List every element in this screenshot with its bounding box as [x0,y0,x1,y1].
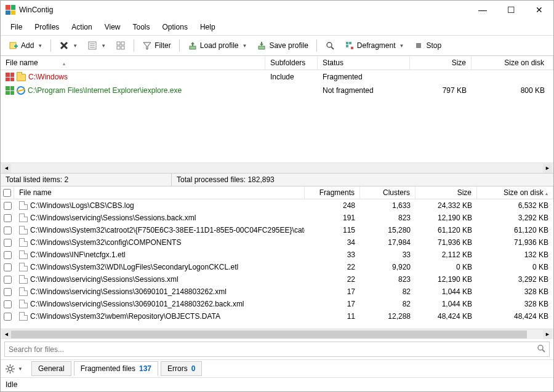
menu-help[interactable]: Help [194,20,222,34]
row-checkbox[interactable] [4,300,12,308]
scroll-left-icon[interactable]: ◄ [2,164,11,173]
svg-rect-21 [349,42,351,44]
col-subfolders[interactable]: Subfolders [265,56,318,70]
profile-list: File name Subfolders Status Size Size on… [1,56,553,174]
dropdown-icon[interactable]: ▼ [18,366,23,372]
row-checkbox[interactable] [4,288,12,296]
search-bar[interactable] [4,342,550,357]
load-profile-button[interactable]: Load profile ▼ [183,38,252,53]
grid-button[interactable] [111,38,130,53]
row-checkbox[interactable] [4,276,12,284]
fragmented-icon [6,73,14,81]
row-checkbox[interactable] [4,202,12,210]
search-icon[interactable] [537,344,545,354]
properties-button[interactable]: ▼ [83,38,110,53]
menu-options[interactable]: Options [156,20,194,34]
profile-subfolders: Include [265,70,318,84]
menu-view[interactable]: View [98,20,127,34]
stop-button[interactable]: Stop [409,38,446,53]
row-checkbox[interactable] [4,263,12,271]
frag-clusters: 33 [360,249,416,261]
menu-action[interactable]: Action [65,20,98,34]
row-checkbox[interactable] [4,226,12,234]
col-clusters[interactable]: Clusters [360,186,416,199]
dropdown-icon: ▼ [73,43,78,49]
defragment-button[interactable]: Defragment ▼ [340,38,409,53]
profile-size-on-disk: 800 KB [472,84,553,97]
col-filename[interactable]: File name [14,186,305,199]
dropdown-icon: ▼ [399,43,404,49]
col-status[interactable]: Status [318,56,410,70]
filter-label: Filter [155,41,171,50]
file-icon [19,275,28,284]
col-filename[interactable]: File name [1,56,265,70]
col-size-on-disk[interactable]: Size on disk [472,56,553,70]
delete-button[interactable]: ▼ [55,38,82,53]
frag-row[interactable]: C:\Windows\servicing\Sessions\Sessions.b… [1,212,553,224]
frag-row[interactable]: C:\Windows\System32\wbem\Repository\OBJE… [1,310,553,322]
bottom-bar: ▼ General Fragmented files137 Errors0 [1,359,553,377]
tab-errors[interactable]: Errors0 [161,361,202,376]
col-size[interactable]: Size [416,186,477,199]
tab-fragmented[interactable]: Fragmented files137 [74,361,158,376]
profile-status: Not fragmented [318,84,410,97]
save-profile-button[interactable]: Save profile [252,38,312,53]
frag-clusters: 82 [360,298,416,310]
frag-row[interactable]: C:\Windows\System32\config\COMPONENTS 34… [1,236,553,249]
frag-row[interactable]: C:\Windows\System32\WDI\LogFiles\Seconda… [1,261,553,273]
close-button[interactable]: ✕ [525,1,553,19]
frag-size-on-disk: 328 KB [477,286,553,298]
frag-row[interactable]: C:\Windows\servicing\Sessions\30690101_2… [1,298,553,310]
profile-row[interactable]: C:\Windows Include Fragmented [1,70,553,84]
tab-general[interactable]: General [31,361,71,376]
frag-size: 12,190 KB [416,212,477,224]
svg-line-26 [542,350,545,352]
frag-row[interactable]: C:\Windows\INF\netcfgx.1.etl 33 33 2,112… [1,249,553,261]
properties-icon [87,41,97,50]
scroll-left-icon[interactable]: ◄ [2,330,11,339]
menu-tools[interactable]: Tools [127,20,156,34]
frag-size: 2,112 KB [416,249,477,261]
select-all-checkbox[interactable] [3,189,11,197]
row-checkbox[interactable] [4,214,12,222]
scroll-right-icon[interactable]: ► [543,164,552,173]
analyze-button[interactable] [321,38,339,53]
minimize-button[interactable]: — [468,1,497,19]
add-button[interactable]: Add ▼ [4,38,47,53]
svg-rect-9 [117,42,120,45]
search-input[interactable] [9,345,537,354]
row-checkbox[interactable] [4,251,12,259]
row-checkbox[interactable] [4,313,12,321]
scroll-thumb[interactable] [11,330,527,338]
frag-fragments: 33 [305,249,360,261]
col-size-on-disk[interactable]: Size on disk ▴ [477,186,553,199]
horizontal-scrollbar[interactable]: ◄ ► [1,162,553,173]
file-icon [19,201,28,210]
col-size[interactable]: Size [410,56,472,70]
menu-profiles[interactable]: Profiles [28,20,65,34]
frag-row[interactable]: C:\Windows\System32\catroot2\{F750E6C3-3… [1,224,553,236]
frag-row[interactable]: C:\Windows\Logs\CBS\CBS.log 248 1,633 24… [1,199,553,212]
frag-size: 0 KB [416,261,477,273]
svg-marker-13 [143,42,151,49]
col-fragments[interactable]: Fragments [305,186,360,199]
profile-path: C:\Windows [28,73,68,81]
maximize-button[interactable]: ☐ [497,1,525,19]
menu-file[interactable]: File [4,20,28,34]
settings-button[interactable] [4,363,15,374]
frag-row[interactable]: C:\Windows\servicing\Sessions\30690101_2… [1,286,553,298]
separator [316,39,317,52]
save-icon [257,41,267,50]
filter-button[interactable]: Filter [138,38,175,53]
horizontal-scrollbar[interactable]: ◄ ► [1,329,553,339]
profile-size [410,70,472,84]
dropdown-icon: ▼ [101,43,106,49]
frag-row[interactable]: C:\Windows\servicing\Sessions\Sessions.x… [1,273,553,286]
row-checkbox[interactable] [4,239,12,247]
filter-icon [142,41,152,50]
frag-path: C:\Windows\System32\config\COMPONENTS [30,238,181,247]
profile-row[interactable]: C:\Program Files\Internet Explorer\iexpl… [1,84,553,97]
frag-fragments: 191 [305,212,360,224]
col-checkbox[interactable] [1,186,14,199]
scroll-right-icon[interactable]: ► [543,330,552,339]
